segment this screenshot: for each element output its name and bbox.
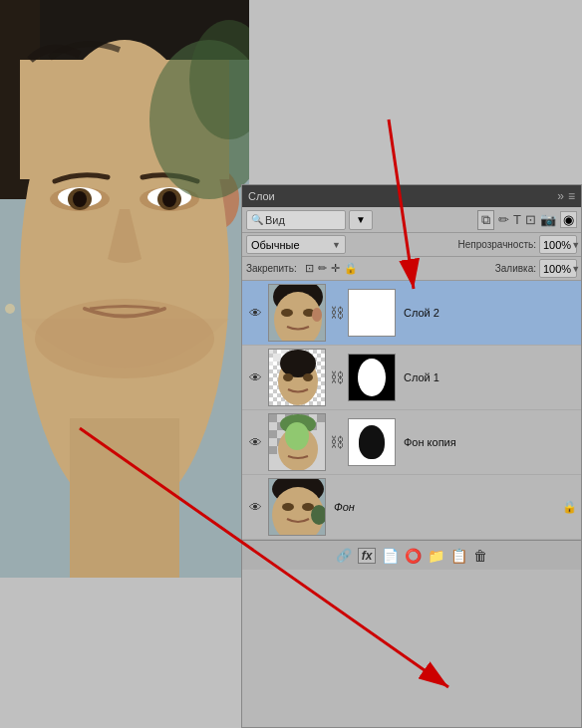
- layers-bottom-toolbar: 🔗 fx 📄 ⭕ 📁 📋 🗑: [242, 540, 581, 570]
- fill-val: 100%: [543, 263, 571, 275]
- svg-rect-49: [269, 446, 277, 454]
- layer1-eye[interactable]: 👁: [246, 368, 264, 386]
- menu-icon[interactable]: ≡: [568, 189, 575, 203]
- fill-caret: ▼: [571, 264, 580, 274]
- bg-copy-mask-shape: [359, 425, 385, 459]
- blend-mode-dropdown[interactable]: Обычные ▼: [246, 235, 346, 254]
- bg-thumbnail: [268, 478, 326, 536]
- svg-rect-16: [70, 418, 179, 578]
- layers-title: Слои: [248, 190, 275, 202]
- layer1-mask-dark: [349, 355, 395, 400]
- layer2-chain-icon: ⛓: [330, 305, 344, 321]
- layer1-mask-oval: [358, 359, 386, 396]
- svg-point-14: [162, 191, 176, 207]
- filter-icon-1[interactable]: ⧉: [477, 210, 494, 230]
- layer1-mask: [348, 354, 396, 401]
- fx-button[interactable]: fx: [358, 548, 377, 564]
- layers-toolbar: 🔍 Вид ▼ ⧉ ✏ T ⊡ 📷 ◉: [242, 207, 581, 233]
- blend-caret: ▼: [332, 240, 341, 250]
- layer2-mask-white: [349, 290, 395, 336]
- search-icon: 🔍: [251, 214, 263, 225]
- opacity-row: Непрозрачность: 100% ▼: [457, 235, 577, 254]
- svg-point-13: [73, 191, 87, 207]
- bottom-left-gray: [0, 578, 241, 728]
- bg-copy-thumbnail: [268, 413, 326, 471]
- layer2-thumbnail: [268, 284, 326, 342]
- lock-all-icon[interactable]: 🔒: [344, 262, 358, 275]
- svg-rect-46: [317, 414, 325, 422]
- svg-rect-47: [269, 430, 277, 438]
- blend-opacity-row: Обычные ▼ Непрозрачность: 100% ▼: [242, 233, 581, 257]
- svg-point-52: [285, 422, 309, 450]
- top-gray-area: [249, 0, 582, 184]
- lock-transparent-icon[interactable]: ⊡: [305, 262, 314, 275]
- layer-item-layer1[interactable]: 👁: [242, 346, 581, 410]
- new-fill-adjustment-icon[interactable]: 📄: [382, 548, 399, 564]
- fill-input[interactable]: 100% ▼: [539, 259, 577, 278]
- new-layer-icon[interactable]: 📋: [450, 548, 467, 564]
- lock-icons: ⊡ ✏ ✛ 🔒: [305, 262, 358, 275]
- layer2-mask: [348, 289, 396, 337]
- opacity-caret: ▼: [571, 240, 580, 250]
- svg-point-57: [282, 503, 294, 511]
- svg-point-23: [281, 309, 293, 317]
- lock-pixels-icon[interactable]: ✏: [318, 262, 327, 275]
- svg-rect-27: [269, 350, 277, 358]
- lock-label: Закрепить:: [246, 263, 297, 274]
- expand-icon[interactable]: »: [557, 189, 564, 203]
- svg-point-38: [303, 373, 313, 381]
- bg-copy-chain-icon: ⛓: [330, 434, 344, 450]
- bg-eye[interactable]: 👁: [246, 498, 264, 516]
- svg-rect-29: [269, 358, 277, 365]
- bg-copy-name: Фон копия: [400, 436, 577, 448]
- layer1-name: Слой 1: [400, 371, 577, 383]
- layer2-eye[interactable]: 👁: [246, 304, 264, 322]
- filter-icon-2[interactable]: ✏: [498, 212, 509, 227]
- header-controls: » ≡: [557, 189, 575, 203]
- svg-point-15: [35, 299, 214, 378]
- layer1-thumbnail: [268, 349, 326, 406]
- layer-item-background-copy[interactable]: 👁: [242, 410, 581, 475]
- svg-point-58: [302, 503, 314, 511]
- layer2-name: Слой 2: [400, 307, 577, 319]
- filter-icon-5[interactable]: 📷: [540, 212, 556, 227]
- filter-icon-3[interactable]: T: [513, 212, 521, 227]
- fill-label: Заливка:: [495, 263, 536, 274]
- delete-layer-icon[interactable]: 🗑: [473, 548, 487, 564]
- canvas-area: [0, 0, 249, 578]
- view-dropdown[interactable]: ▼: [349, 210, 373, 230]
- svg-point-37: [283, 373, 293, 381]
- bg-name: Фон: [330, 501, 558, 513]
- bg-lock-icon: 🔒: [562, 500, 577, 514]
- dropdown-caret: ▼: [356, 214, 366, 225]
- filter-icon-4[interactable]: ⊡: [525, 212, 536, 227]
- svg-point-36: [280, 350, 316, 377]
- layers-list: 👁 ⛓ Слой 2 👁: [242, 281, 581, 540]
- search-label: Вид: [265, 214, 285, 226]
- svg-point-25: [312, 308, 322, 322]
- opacity-val: 100%: [543, 239, 571, 251]
- lock-position-icon[interactable]: ✛: [331, 262, 340, 275]
- blend-mode-value: Обычные: [251, 239, 300, 251]
- opacity-input[interactable]: 100% ▼: [539, 235, 577, 254]
- filter-toggle[interactable]: ◉: [560, 211, 577, 228]
- add-mask-icon[interactable]: ⭕: [405, 548, 422, 564]
- fill-row: Заливка: 100% ▼: [495, 259, 577, 278]
- layer-item-background[interactable]: 👁 Фон 🔒: [242, 475, 581, 540]
- layer1-chain-icon: ⛓: [330, 369, 344, 385]
- layers-header: Слои » ≡: [242, 185, 581, 207]
- search-box[interactable]: 🔍 Вид: [246, 210, 346, 230]
- link-icon[interactable]: 🔗: [336, 548, 352, 563]
- bg-copy-eye[interactable]: 👁: [246, 433, 264, 451]
- layer-item-layer2[interactable]: 👁 ⛓ Слой 2: [242, 281, 581, 346]
- bg-copy-mask: [348, 418, 396, 466]
- opacity-label: Непрозрачность:: [457, 239, 536, 250]
- new-group-icon[interactable]: 📁: [428, 548, 444, 564]
- bg-copy-mask-white: [349, 419, 395, 465]
- svg-rect-40: [269, 414, 277, 422]
- filter-icons: ⧉ ✏ T ⊡ 📷 ◉: [477, 210, 577, 230]
- svg-point-17: [5, 304, 15, 314]
- lock-row: Закрепить: ⊡ ✏ ✛ 🔒 Заливка: 100% ▼: [242, 257, 581, 281]
- face-svg: [0, 0, 249, 578]
- layers-panel: Слои » ≡ 🔍 Вид ▼ ⧉ ✏ T ⊡ 📷 ◉ Обычные ▼: [241, 184, 582, 728]
